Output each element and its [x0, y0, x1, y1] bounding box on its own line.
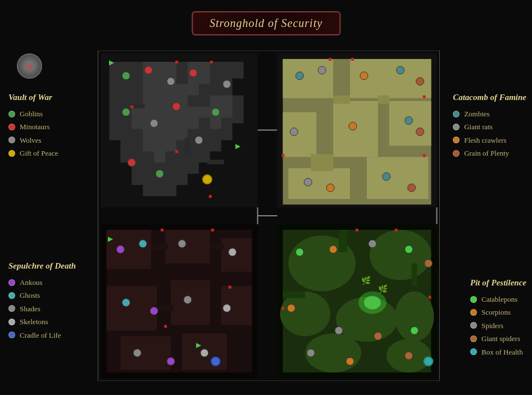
- svg-text:🌿: 🌿: [361, 276, 371, 285]
- svg-point-55: [408, 184, 416, 192]
- svg-point-53: [326, 184, 334, 192]
- svg-point-18: [128, 158, 135, 166]
- svg-rect-38: [329, 58, 331, 61]
- svg-point-80: [150, 307, 158, 315]
- svg-point-12: [167, 78, 175, 85]
- compass: [17, 53, 42, 79]
- minotaurs-label: Minotaurs: [20, 120, 49, 133]
- legend-item-scorpions: Scorpions: [470, 306, 526, 319]
- svg-text:▶: ▶: [235, 142, 241, 150]
- legend-item-shades: Shades: [8, 302, 76, 315]
- svg-rect-99: [339, 230, 347, 252]
- svg-point-47: [416, 78, 424, 85]
- svg-rect-63: [106, 286, 157, 331]
- svg-point-48: [290, 128, 298, 136]
- legend-item-zombies: Zombies: [453, 107, 526, 120]
- zombies-label: Zombies: [464, 107, 490, 120]
- legend-vault: Vault of War Goblins Minotaurs Wolves Gi…: [8, 90, 58, 160]
- legend-item-catablepons: Catablepons: [470, 293, 526, 306]
- spiders-dot: [470, 322, 477, 329]
- svg-rect-35: [333, 96, 350, 104]
- skeletons-label: Skeletons: [20, 315, 48, 328]
- svg-point-85: [201, 349, 208, 357]
- svg-rect-5: [175, 61, 178, 63]
- svg-point-19: [156, 170, 163, 178]
- svg-point-112: [335, 326, 343, 334]
- svg-text:▶: ▶: [108, 235, 113, 243]
- svg-rect-33: [288, 168, 350, 199]
- svg-rect-102: [356, 229, 358, 231]
- svg-point-17: [195, 136, 203, 144]
- svg-rect-6: [210, 61, 213, 63]
- legend-pit-title: Pit of Pestilence: [470, 275, 526, 290]
- cradle-of-life-label: Cradle of Life: [20, 329, 61, 342]
- svg-point-106: [295, 248, 303, 256]
- svg-point-114: [411, 326, 419, 334]
- svg-point-84: [167, 357, 175, 365]
- svg-point-117: [405, 352, 413, 360]
- svg-point-83: [133, 349, 141, 357]
- ghosts-dot: [8, 292, 15, 299]
- legend-item-flesh-crawlers: Flesh crawlers: [453, 134, 526, 147]
- svg-point-79: [122, 298, 130, 306]
- legend-item-giant-rats: Giant rats: [453, 120, 526, 133]
- svg-point-20: [212, 108, 220, 116]
- svg-point-52: [304, 178, 312, 186]
- svg-rect-72: [211, 229, 214, 231]
- svg-rect-69: [210, 244, 224, 249]
- svg-text:▶: ▶: [109, 58, 115, 66]
- svg-rect-61: [165, 230, 210, 264]
- ankous-dot: [8, 279, 15, 286]
- svg-point-49: [349, 122, 357, 130]
- gift-of-peace-label: Gift of Peace: [20, 147, 58, 160]
- svg-rect-101: [412, 264, 417, 286]
- svg-rect-100: [283, 292, 305, 298]
- legend-item-gift-of-peace: Gift of Peace: [8, 147, 58, 160]
- svg-rect-34: [367, 157, 429, 199]
- legend-item-giant-spiders: Giant spiders: [470, 332, 526, 345]
- svg-point-16: [172, 103, 180, 111]
- scorpions-dot: [470, 309, 477, 316]
- legend-catacomb: Catacomb of Famine Zombies Giant rats Fl…: [453, 90, 526, 160]
- svg-rect-42: [423, 154, 426, 157]
- svg-rect-40: [423, 96, 426, 98]
- grain-of-plenty-label: Grain of Plenty: [464, 147, 509, 160]
- legend-item-wolves: Wolves: [8, 134, 58, 147]
- catacomb-of-famine-map: [277, 53, 436, 207]
- ghosts-label: Ghosts: [20, 289, 40, 302]
- legend-sepulchre: Sepulchre of Death Ankous Ghosts Shades …: [8, 258, 76, 342]
- legend-item-goblins: Goblins: [8, 107, 58, 120]
- svg-rect-104: [281, 307, 284, 310]
- svg-point-50: [405, 117, 413, 125]
- svg-rect-103: [395, 229, 398, 231]
- legend-item-grain-of-plenty: Grain of Plenty: [453, 147, 526, 160]
- svg-rect-7: [130, 106, 133, 108]
- svg-point-21: [223, 80, 231, 88]
- svg-point-116: [346, 357, 354, 365]
- svg-point-115: [307, 349, 315, 357]
- svg-text:▶: ▶: [196, 341, 202, 349]
- svg-point-54: [383, 172, 390, 180]
- svg-text:🌿: 🌿: [378, 284, 388, 294]
- legend-catacomb-title: Catacomb of Famine: [453, 90, 526, 105]
- grain-of-plenty-dot: [453, 150, 460, 157]
- svg-rect-41: [281, 154, 284, 157]
- vault-of-war-map: ▶ ▶: [101, 53, 258, 207]
- svg-rect-30: [283, 112, 316, 157]
- giant-spiders-label: Giant spiders: [481, 332, 520, 345]
- pit-of-pestilence-map: [277, 224, 436, 378]
- svg-point-15: [150, 120, 158, 128]
- ankous-label: Ankous: [20, 276, 42, 289]
- svg-rect-68: [151, 244, 168, 249]
- svg-point-82: [223, 304, 231, 312]
- minotaurs-dot: [8, 124, 15, 130]
- svg-rect-3: [185, 137, 189, 154]
- svg-point-98: [364, 296, 381, 310]
- svg-rect-73: [164, 325, 167, 328]
- svg-point-109: [405, 246, 413, 253]
- sepulchre-of-death-map: ▶ ▶: [101, 224, 258, 378]
- legend-item-skeletons: Skeletons: [8, 315, 76, 328]
- svg-point-78: [229, 248, 237, 256]
- svg-point-91: [370, 230, 431, 280]
- legend-item-cradle-of-life: Cradle of Life: [8, 329, 76, 342]
